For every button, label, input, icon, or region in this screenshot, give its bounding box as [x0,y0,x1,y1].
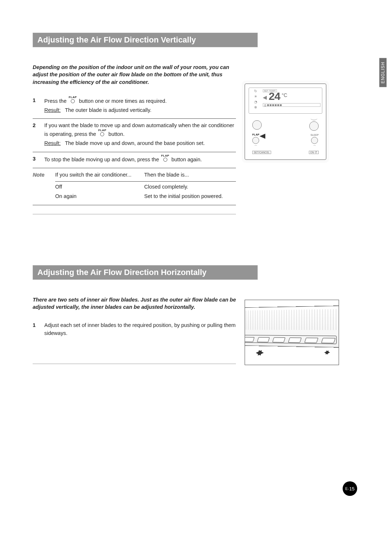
note-col1-header: If you switch the air conditioner... [55,171,144,181]
step-2-block: 2 If you want the blade to move up and d… [33,119,236,152]
adjust-arrows-right-icon: ◂▸ [323,347,329,357]
sleep-button-label: SLEEP [310,134,319,136]
step-1-block-h: 1 Adjust each set of inner blades to the… [33,319,236,342]
step-text-pre: If you want the blade to move up and dow… [44,122,234,137]
note-cell: On again [55,191,144,201]
flap-icon-label: FLAP [69,96,77,99]
section-1-content: Depending on the position of the indoor … [33,64,236,214]
snow-mode-icon: ❄ [254,106,257,109]
dry-mode-icon: ◔ [254,100,257,104]
remote-button-blank-left [252,117,262,131]
step-number: 3 [33,155,38,164]
step-body: Press the FLAP button one or more times … [44,97,236,114]
temperature-value: 24 [268,91,280,103]
set-cancel-label: SET/CANCEL [252,151,271,154]
note-cell: Set to the initial position powered. [144,191,236,201]
step-body: To stop the blade moving up and down, pr… [44,155,236,164]
flap-button-icon: FLAP [69,96,77,103]
step-text-post: button. [109,131,124,137]
remote-button-row-2: FLAP ⌒ SLEEP ⌒ [249,132,322,151]
page-number-prefix: E- [345,487,349,491]
section-2-row: There are two sets of inner air flow bla… [33,296,359,365]
section-2-illustration-col: ◂▸ ◂▸ [245,296,339,365]
step-number: 2 [33,122,38,147]
step-number: 1 [33,97,38,114]
remote-button-blank-right [309,117,319,131]
auto-mode-icon: ↻ [254,89,257,93]
section-2-content: There are two sets of inner air flow bla… [33,296,236,365]
note-label: Note [33,171,49,200]
note-col2-header: Then the blade is... [144,171,236,181]
step-text-post: button one or more times as required. [79,98,167,104]
section-2-intro: There are two sets of inner air flow bla… [33,296,236,311]
inner-vanes [245,335,336,344]
step-text-post: button again. [171,157,202,162]
flap-button-label: FLAP [252,133,260,136]
section-1-illustration-col: ↻ ☀ ◔ ❄ SET TEMP. ◂ 24 °C ⦿ [245,64,339,214]
page: Adjusting the Air Flow Direction Vertica… [0,0,392,365]
section-1-intro: Depending on the position of the indoor … [33,64,236,86]
page-number: 15 [349,486,354,492]
remote-control-illustration: ↻ ☀ ◔ ❄ SET TEMP. ◂ 24 °C ⦿ [245,84,326,160]
section-1-row: Depending on the position of the indoor … [33,64,359,214]
remote-sleep-button: SLEEP ⌒ [310,134,319,149]
section-heading-horizontal: Adjusting the Air Flow Direction Horizon… [33,265,258,280]
remote-tag-row: SET/CANCEL ON ⏱ [249,151,322,155]
section-2: Adjusting the Air Flow Direction Horizon… [33,265,359,365]
fan-speed-bar: ⦿ [263,103,320,107]
result-label: Result: [44,107,61,113]
step-1-block: 1 Press the FLAP button one or more time… [33,94,236,119]
on-timer-label: ON ⏱ [309,151,319,154]
temperature-unit: °C [282,92,287,98]
section-divider [33,214,236,214]
step-body: Adjust each set of inner blades to the r… [44,322,236,337]
highlight-arrow-icon [260,134,265,139]
result-text: The outer blade is adjusted vertically. [65,107,151,113]
note-block: Note If you switch the air conditioner..… [33,168,236,205]
result-label: Result: [44,140,61,146]
note-row: Off Closed completely. [55,182,236,191]
page-number-badge: E- 15 [343,481,357,496]
step-body: If you want the blade to move up and dow… [44,122,236,147]
remote-button-row-1 [249,114,322,132]
adjust-arrows-left-icon: ◂▸ [254,345,262,358]
flap-button-icon: FLAP [161,154,169,162]
section-divider [33,364,236,364]
step-text-pre: To stop the blade moving up and down, pr… [44,157,160,162]
sun-mode-icon: ☀ [254,95,257,98]
note-cell: Off [55,182,144,191]
mode-icons: ↻ ☀ ◔ ❄ [250,89,261,112]
note-cell: Closed completely. [144,182,236,191]
step-text: Adjust each set of inner blades to the r… [44,322,236,336]
note-table: If you switch the air conditioner... The… [55,171,236,200]
step-3-block: 3 To stop the blade moving up and down, … [33,152,236,169]
remote-flap-button: FLAP ⌒ [252,133,260,149]
result-text: The blade move up and down, around the b… [65,140,205,146]
step-text-pre: Press the [44,98,68,104]
remote-screen: ↻ ☀ ◔ ❄ SET TEMP. ◂ 24 °C ⦿ [249,88,322,114]
flap-icon-label: FLAP [98,129,106,132]
ac-unit-illustration: ◂▸ ◂▸ [245,300,339,365]
flap-button-icon: FLAP [98,129,106,136]
flap-icon-label: FLAP [161,154,169,157]
step-number: 1 [33,322,38,337]
note-row: On again Set to the initial position pow… [55,191,236,201]
section-heading-vertical: Adjusting the Air Flow Direction Vertica… [33,33,258,47]
